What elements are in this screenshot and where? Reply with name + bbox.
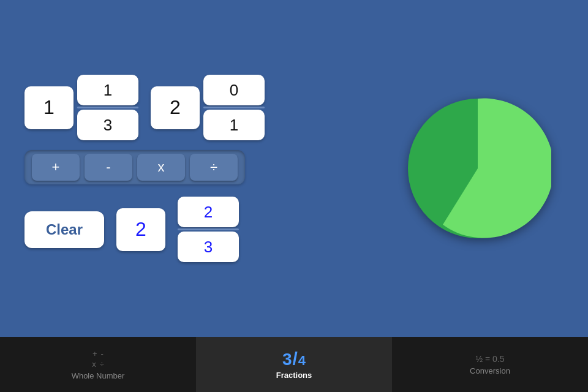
first-whole-input[interactable]: 1 [24,86,74,129]
tab-conversion-label: Conversion [470,366,510,375]
first-denominator-input[interactable]: 3 [77,110,138,140]
subtract-button[interactable]: - [85,154,132,181]
pie-chart-section [392,95,564,242]
pie-svg [404,95,551,242]
first-fraction-stack: 1 3 [77,75,138,140]
tab-whole-number[interactable]: + - x ÷ Whole Number [0,337,196,392]
result-numerator: 2 [178,197,239,227]
first-numerator-input[interactable]: 1 [77,75,138,105]
conversion-icon: ½ = 0.5 [475,354,504,364]
result-fraction-stack: 2 3 [178,197,239,262]
second-number-input: 2 0 1 [151,75,265,140]
first-number-input: 1 1 3 [24,75,138,140]
main-area: 1 1 3 2 0 1 + - x ÷ [0,0,588,337]
add-button[interactable]: + [32,154,80,181]
second-numerator-input[interactable]: 0 [203,75,265,105]
operator-row: + - x ÷ [24,150,245,184]
tab-conversion[interactable]: ½ = 0.5 Conversion [392,337,588,392]
second-fraction-stack: 0 1 [203,75,265,140]
result-denominator: 3 [178,232,239,262]
pie-chart [404,95,551,242]
result-whole: 2 [116,208,165,251]
second-fraction-line [203,107,265,108]
tab-fractions[interactable]: 3 / 4 Fractions [196,337,392,392]
fractions-icon: 3 / 4 [282,350,306,368]
whole-number-icon: + - x ÷ [92,349,104,369]
tab-bar: + - x ÷ Whole Number 3 / 4 Fractions ½ =… [0,337,588,392]
first-fraction-line [77,107,138,108]
calculator-section: 1 1 3 2 0 1 + - x ÷ [24,75,392,262]
result-fraction-line [178,228,239,230]
clear-button[interactable]: Clear [24,211,104,248]
divide-button[interactable]: ÷ [190,154,238,181]
second-whole-input[interactable]: 2 [151,86,200,129]
multiply-button[interactable]: x [137,154,185,181]
tab-fractions-label: Fractions [276,371,312,380]
result-row: Clear 2 2 3 [24,197,392,262]
operands-row: 1 1 3 2 0 1 [24,75,392,140]
tab-whole-number-label: Whole Number [72,371,125,380]
second-denominator-input[interactable]: 1 [203,110,265,140]
